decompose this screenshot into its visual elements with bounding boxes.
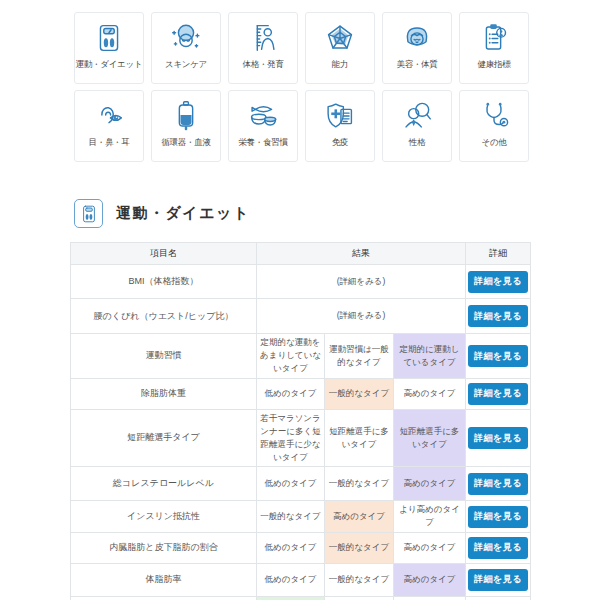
result-high-highlighted: 高めのタイプ: [394, 563, 466, 596]
result-mid-highlighted: 一般的なタイプ: [325, 378, 394, 409]
category-label: 循環器・血液: [161, 137, 210, 149]
face-care-icon: [167, 19, 205, 57]
column-header-detail: 詳細: [466, 243, 531, 265]
result-mid: 短距離選手に多いタイプ: [325, 409, 394, 467]
result-low: 低めのタイプ: [257, 563, 325, 596]
table-row: BMI（体格指数） (詳細をみる) 詳細を見る: [71, 265, 531, 299]
woman-face-icon: [398, 19, 436, 57]
detail-button[interactable]: 詳細を見る: [468, 271, 528, 293]
result-high-highlighted: 高めのタイプ: [394, 467, 466, 501]
result-mid-highlighted: 一般的なタイプ: [325, 532, 394, 563]
result-mid: [325, 596, 394, 600]
detail-button[interactable]: 詳細を見る: [468, 473, 528, 495]
category-tile-health-index[interactable]: 健康指標: [459, 12, 529, 84]
item-name: BMI（体格指数）: [71, 265, 257, 299]
result-low: 低めのタイプ: [257, 378, 325, 409]
category-label: 美容・体質: [396, 59, 437, 71]
result-high-highlighted: 短距離選手に多いタイプ: [394, 409, 466, 467]
column-header-item: 項目名: [71, 243, 257, 265]
category-label: 健康指標: [478, 59, 511, 71]
scale-icon: [74, 199, 103, 228]
category-tile-skincare[interactable]: スキンケア: [151, 12, 221, 84]
category-tile-circulatory-blood[interactable]: 循環器・血液: [151, 90, 221, 162]
result-low: 低めのタイプ: [257, 532, 325, 563]
result-mid: 運動習慣は一般的なタイプ: [325, 334, 394, 379]
table-row: インスリン抵抗性 一般的なタイプ 高めのタイプ より高めのタイプ 詳細を見る: [71, 501, 531, 532]
category-label: 免疫: [332, 137, 348, 149]
result-high-highlighted: 定期的に運動しているタイプ: [394, 334, 466, 379]
table-row: 体脂肪率 低めのタイプ 一般的なタイプ 高めのタイプ 詳細を見る: [71, 563, 531, 596]
column-header-result: 結果: [257, 243, 466, 265]
table-row: 腰のくびれ（ウエスト/ヒップ比） (詳細をみる) 詳細を見る: [71, 299, 531, 334]
result-low: 若干マラソンランナーに多く短距離選手に少ないタイプ: [257, 409, 325, 467]
category-tile-physique-growth[interactable]: 体格・発育: [228, 12, 298, 84]
category-tile-personality[interactable]: 性格: [382, 90, 452, 162]
iv-bag-icon: [167, 97, 205, 135]
category-tile-others[interactable]: その他: [459, 90, 529, 162]
result-low: 低めのタイプ: [257, 467, 325, 501]
item-name: 内臓脂肪と皮下脂肪の割合: [71, 532, 257, 563]
result-low: 定期的な運動をあまりしていないタイプ: [257, 334, 325, 379]
table-row: 短距離選手タイプ 若干マラソンランナーに多く短距離選手に少ないタイプ 短距離選手…: [71, 409, 531, 467]
item-name: 短距離選手タイプ: [71, 409, 257, 467]
category-label: その他: [482, 137, 507, 149]
result-low-highlighted: [257, 596, 325, 600]
category-label: 体格・発育: [242, 59, 283, 71]
result-span: (詳細をみる): [257, 299, 466, 334]
stethoscope-icon: [475, 97, 513, 135]
result-low: 一般的なタイプ: [257, 501, 325, 532]
category-tile-immunity[interactable]: 免疫: [305, 90, 375, 162]
item-name: 総コレステロールレベル: [71, 467, 257, 501]
detail-button[interactable]: 詳細を見る: [468, 305, 528, 327]
shield-cross-icon: [321, 97, 359, 135]
clipboard-icon: [475, 19, 513, 57]
table-row: 総コレステロールレベル 低めのタイプ 一般的なタイプ 高めのタイプ 詳細を見る: [71, 467, 531, 501]
item-name: [71, 596, 257, 600]
category-tile-exercise-diet[interactable]: 運動・ダイエット: [74, 12, 144, 84]
detail-button[interactable]: 詳細を見る: [468, 537, 528, 559]
magnifier-person-icon: [398, 97, 436, 135]
ear-eye-icon: [90, 97, 128, 135]
result-high: [394, 596, 466, 600]
section-header: 運動・ダイエット: [74, 199, 250, 228]
result-high: より高めのタイプ: [394, 501, 466, 532]
detail-button[interactable]: 詳細を見る: [468, 569, 528, 591]
item-name: インスリン抵抗性: [71, 501, 257, 532]
table-header-row: 項目名 結果 詳細: [71, 243, 531, 265]
category-tile-beauty-constitution[interactable]: 美容・体質: [382, 12, 452, 84]
results-table: 項目名 結果 詳細 BMI（体格指数） (詳細をみる) 詳細を見る 腰のくびれ（…: [70, 242, 531, 600]
category-label: スキンケア: [165, 59, 207, 71]
detail-button[interactable]: 詳細を見る: [468, 383, 528, 405]
section-title: 運動・ダイエット: [116, 204, 250, 223]
item-name: 体脂肪率: [71, 563, 257, 596]
result-mid-highlighted: 高めのタイプ: [325, 501, 394, 532]
detail-button[interactable]: 詳細を見る: [468, 506, 528, 528]
table-row: 内臓脂肪と皮下脂肪の割合 低めのタイプ 一般的なタイプ 高めのタイプ 詳細を見る: [71, 532, 531, 563]
category-label: 能力: [332, 59, 348, 71]
result-high: 高めのタイプ: [394, 378, 466, 409]
item-name: 腰のくびれ（ウエスト/ヒップ比）: [71, 299, 257, 334]
detail-button[interactable]: 詳細を見る: [468, 345, 528, 367]
radar-chart-icon: [321, 19, 359, 57]
item-name: 除脂肪体重: [71, 378, 257, 409]
category-label: 性格: [409, 137, 425, 149]
item-name: 運動習慣: [71, 334, 257, 379]
result-span: (詳細をみる): [257, 265, 466, 299]
category-label: 栄養・食習慣: [238, 137, 287, 149]
category-tile-nutrition-diet[interactable]: 栄養・食習慣: [228, 90, 298, 162]
category-tile-ability[interactable]: 能力: [305, 12, 375, 84]
table-row: 除脂肪体重 低めのタイプ 一般的なタイプ 高めのタイプ 詳細を見る: [71, 378, 531, 409]
table-row: 運動習慣 定期的な運動をあまりしていないタイプ 運動習慣は一般的なタイプ 定期的…: [71, 334, 531, 379]
category-label: 運動・ダイエット: [76, 59, 143, 71]
result-mid: 一般的なタイプ: [325, 563, 394, 596]
category-label: 目・鼻・耳: [88, 137, 129, 149]
table-row-partial: [71, 596, 531, 600]
detail-button[interactable]: 詳細を見る: [468, 427, 528, 449]
food-bowls-icon: [244, 97, 282, 135]
height-measure-icon: [244, 19, 282, 57]
result-high: 高めのタイプ: [394, 532, 466, 563]
scale-icon: [90, 19, 128, 57]
category-grid: 運動・ダイエット スキンケア 体格・発育 能力: [74, 12, 529, 162]
result-mid: 一般的なタイプ: [325, 467, 394, 501]
category-tile-eye-nose-ear[interactable]: 目・鼻・耳: [74, 90, 144, 162]
